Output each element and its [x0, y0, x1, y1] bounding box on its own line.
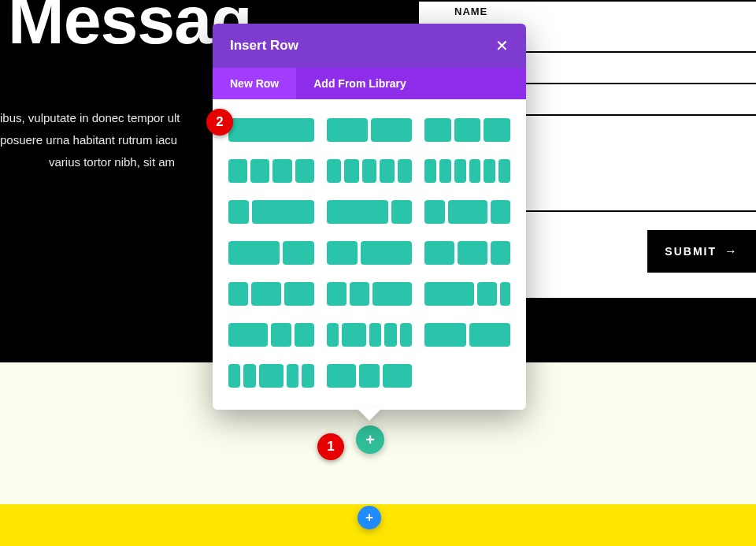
layout-column [448, 200, 487, 224]
layout-column [359, 364, 379, 388]
layout-option[interactable] [424, 200, 510, 224]
layout-column [228, 241, 280, 265]
layout-column [302, 364, 313, 388]
layout-option[interactable] [228, 282, 314, 306]
layout-column [384, 323, 396, 347]
popover-arrow [357, 408, 382, 421]
layout-column [251, 282, 281, 306]
layout-column [424, 323, 465, 347]
layout-column [252, 200, 314, 224]
layout-column [491, 241, 510, 265]
layout-column [228, 200, 249, 224]
plus-icon: + [365, 510, 373, 526]
submit-label: SUBMIT [665, 245, 717, 258]
layout-option[interactable] [228, 323, 314, 347]
layout-option[interactable] [327, 241, 413, 265]
layout-option[interactable] [228, 118, 314, 142]
layout-option[interactable] [327, 364, 413, 388]
layout-column [271, 323, 291, 347]
layout-column [380, 159, 395, 183]
layout-column [228, 364, 240, 388]
add-row-button[interactable]: + [356, 425, 384, 454]
layout-column [469, 159, 481, 183]
layout-option[interactable] [424, 118, 510, 142]
layout-option[interactable] [327, 282, 413, 306]
layout-option[interactable] [327, 200, 413, 224]
hero-copy: ibus, vulputate in donec tempor ult posu… [0, 107, 180, 173]
annotation-marker-1: 1 [317, 433, 344, 460]
layout-grid [213, 99, 526, 410]
layout-option[interactable] [424, 159, 510, 183]
hero-line-2: posuere urna habitant rutrum iacu [0, 129, 180, 151]
layout-column [477, 282, 497, 306]
layout-option[interactable] [228, 241, 314, 265]
layout-column [369, 323, 381, 347]
layout-column [454, 159, 466, 183]
layout-column [424, 118, 451, 142]
layout-column [458, 241, 487, 265]
layout-column [361, 241, 412, 265]
page-root: Messag ibus, vulputate in donec tempor u… [0, 0, 756, 546]
layout-column [327, 323, 339, 347]
layout-column [344, 159, 359, 183]
layout-option[interactable] [228, 159, 314, 183]
layout-option[interactable] [327, 323, 413, 347]
layout-column [327, 241, 358, 265]
layout-column [391, 200, 412, 224]
layout-option[interactable] [228, 200, 314, 224]
layout-option[interactable] [424, 241, 510, 265]
layout-column [228, 159, 247, 183]
popover-title: Insert Row [230, 38, 298, 54]
layout-column [228, 323, 268, 347]
layout-option[interactable] [228, 364, 314, 388]
layout-column [372, 282, 412, 306]
layout-column [491, 200, 510, 224]
layout-column [342, 323, 366, 347]
submit-button[interactable]: SUBMIT → [647, 230, 756, 273]
layout-column [243, 364, 255, 388]
popover-tabs: New Row Add From Library [213, 68, 526, 99]
layout-column [400, 323, 412, 347]
layout-column [283, 241, 313, 265]
layout-column [327, 200, 389, 224]
tab-add-from-library[interactable]: Add From Library [296, 68, 423, 99]
arrow-right-icon: → [724, 244, 739, 258]
layout-column [469, 323, 510, 347]
layout-column [228, 118, 314, 142]
layout-option[interactable] [424, 282, 510, 306]
layout-column [454, 118, 481, 142]
layout-column [424, 282, 474, 306]
layout-column [498, 159, 510, 183]
hero-line-1: ibus, vulputate in donec tempor ult [0, 107, 180, 129]
layout-column [484, 159, 495, 183]
layout-column [500, 282, 510, 306]
layout-column [284, 282, 314, 306]
annotation-marker-2: 2 [206, 109, 233, 136]
add-section-button[interactable]: + [358, 506, 381, 529]
layout-column [424, 159, 436, 183]
name-label: NAME [454, 6, 487, 17]
popover-header: Insert Row ✕ [213, 24, 526, 68]
plus-icon: + [365, 431, 375, 449]
layout-option[interactable] [327, 159, 413, 183]
layout-column [398, 159, 413, 183]
layout-column [383, 364, 413, 388]
layout-column [439, 159, 451, 183]
close-icon[interactable]: ✕ [495, 36, 509, 55]
layout-column [272, 159, 291, 183]
insert-row-popover: Insert Row ✕ New Row Add From Library [213, 24, 526, 410]
layout-column [295, 323, 314, 347]
layout-column [287, 364, 298, 388]
layout-column [424, 241, 454, 265]
layout-column [327, 282, 346, 306]
tab-new-row[interactable]: New Row [213, 68, 296, 99]
layout-column [228, 282, 248, 306]
layout-column [371, 118, 412, 142]
layout-column [327, 159, 342, 183]
layout-column [295, 159, 314, 183]
layout-column [350, 282, 369, 306]
layout-column [362, 159, 377, 183]
layout-option[interactable] [327, 118, 413, 142]
layout-column [327, 118, 368, 142]
layout-option[interactable] [424, 323, 510, 347]
